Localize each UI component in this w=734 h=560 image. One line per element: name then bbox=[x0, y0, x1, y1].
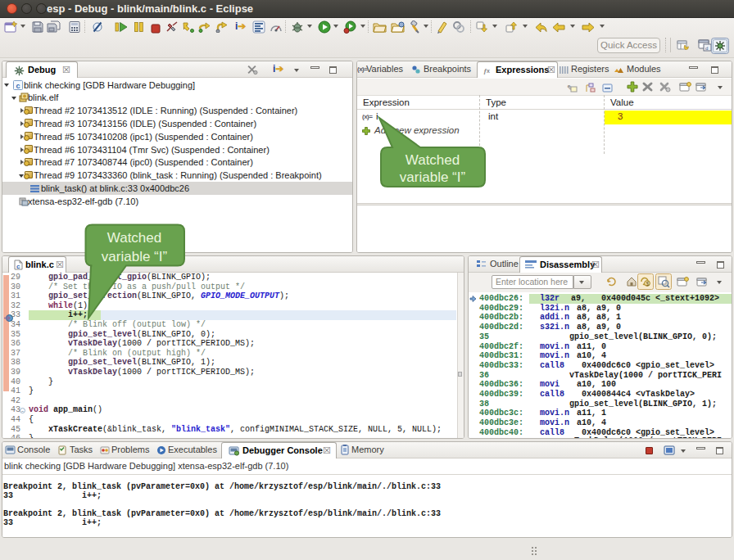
svg-text:$: $ bbox=[646, 281, 650, 287]
svg-text:d: d bbox=[705, 46, 708, 51]
svg-text:c: c bbox=[16, 263, 20, 270]
svg-text:c: c bbox=[16, 81, 20, 89]
